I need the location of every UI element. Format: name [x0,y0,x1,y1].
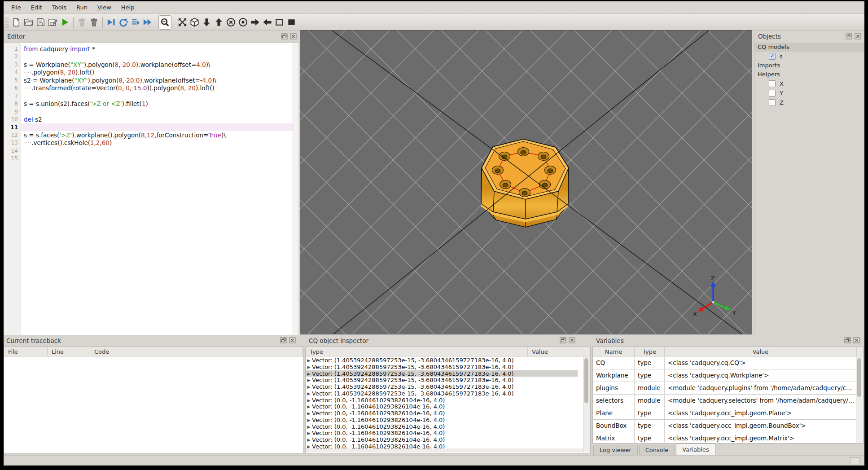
debug-step-icon[interactable] [105,16,117,29]
column-header-type[interactable]: Type [635,347,665,356]
inspector-row[interactable]: ▶Vector: (1.4053924288597253e-15, -3.680… [306,377,578,383]
debug-restart-icon[interactable] [117,16,129,29]
menu-run[interactable]: Run [71,2,92,13]
toolbar-drag-handle[interactable] [5,17,9,28]
iso-view-icon[interactable] [189,16,201,29]
column-header-line[interactable]: Line [48,347,90,356]
open-file-icon[interactable] [22,16,35,29]
variable-row-plane[interactable]: Planetype<class 'cadquery.occ_impl.geom.… [593,407,857,420]
inspector-row[interactable]: ▶Vector: (1.4053924288597253e-15, -3.680… [306,370,578,377]
float-button[interactable] [845,33,853,40]
variable-row-boundbox[interactable]: BoundBoxtype<class 'cadquery.occ_impl.ge… [593,420,857,432]
save-icon[interactable] [35,16,47,29]
column-header-file[interactable]: File [4,347,48,356]
expand-arrow-icon[interactable]: ▶ [306,438,312,442]
objects-item-y[interactable]: Y [754,88,864,98]
objects-section-imports[interactable]: Imports [754,61,864,70]
expand-arrow-icon[interactable]: ▶ [306,418,312,422]
column-header-type[interactable]: Type [306,347,528,356]
checkbox-s[interactable]: ✓ [769,53,776,60]
editor-scrollbar[interactable] [293,43,298,335]
menu-file[interactable]: File [6,2,26,13]
variable-row-workplane[interactable]: Workplanetype<class 'cadquery.cq.Workpla… [593,369,857,382]
delete-icon[interactable] [88,16,100,29]
expand-arrow-icon[interactable]: ▶ [306,411,312,416]
inspector-row[interactable]: ▶Vector: (0.0, -1.1604610293826104e-16, … [306,410,578,417]
float-button[interactable] [559,337,567,344]
scrollbar-thumb[interactable] [584,358,588,403]
inspector-row[interactable]: ▶Vector: (0.0, -1.1604610293826104e-16, … [306,436,578,443]
inspector-row[interactable]: ▶Vector: (1.4053924288597253e-15, -3.680… [306,383,578,390]
inspector-scrollbar[interactable] [583,357,590,452]
expand-arrow-icon[interactable]: ▶ [306,431,312,435]
checkbox-x[interactable] [769,80,776,87]
objects-item-x[interactable]: X [754,79,864,88]
new-file-icon[interactable] [10,16,22,29]
variables-scrollbar[interactable] [856,357,863,443]
tab-variables[interactable]: Variables [676,444,715,455]
float-button[interactable] [281,33,288,40]
inspector-hscrollbar[interactable] [306,448,583,452]
checkbox-z[interactable] [769,99,776,106]
debug-continue-icon[interactable] [141,16,153,29]
tab-console[interactable]: Console [639,445,675,455]
menu-view[interactable]: View [92,2,116,13]
close-icon[interactable] [289,33,297,40]
menu-tools[interactable]: Tools [47,2,71,13]
inspector-row[interactable]: ▶Vector: (1.4053924288597253e-15, -3.680… [306,390,578,397]
objects-section-helpers[interactable]: Helpers [754,70,864,79]
inspector-row[interactable]: ▶Vector: (0.0, -1.1604610293826104e-16, … [306,403,578,410]
variable-row-plugins[interactable]: pluginsmodule<module 'cadquery.plugins' … [593,382,857,395]
inspector-row[interactable]: ▶Vector: (0.0, -1.1604610293826104e-16, … [306,397,578,404]
save-as-icon[interactable] [47,16,59,29]
expand-arrow-icon[interactable]: ▶ [306,385,312,389]
inspector-row[interactable]: ▶Vector: (0.0, -1.1604610293826104e-16, … [306,417,578,423]
menu-help[interactable]: Help [116,2,140,13]
variable-row-matrix[interactable]: Matrixtype<class 'cadquery.occ_impl.geom… [593,432,857,444]
column-header-name[interactable]: Name [593,347,635,356]
float-button[interactable] [844,337,851,344]
expand-arrow-icon[interactable]: ▶ [306,372,312,376]
front-view-icon[interactable] [225,16,237,29]
inspector-row[interactable]: ▶Vector: (0.0, -1.1604610293826104e-16, … [306,430,578,436]
objects-item-z[interactable]: Z [754,98,864,107]
column-header-value[interactable]: Value [528,347,590,356]
left-view-icon[interactable] [249,16,261,29]
right-view-icon[interactable] [261,16,273,29]
inspector-row[interactable]: ▶Vector: (0.0, -1.1604610293826104e-16, … [306,423,578,430]
back-view-icon[interactable] [237,16,249,29]
expand-arrow-icon[interactable]: ▶ [306,358,312,363]
objects-item-s[interactable]: ✓s [754,52,864,61]
column-header-value[interactable]: Value [665,347,857,356]
float-button[interactable] [280,337,287,344]
top-view-icon[interactable] [201,16,213,29]
expand-arrow-icon[interactable]: ▶ [306,365,312,369]
inspect-icon[interactable] [158,15,171,30]
objects-section-cq-models[interactable]: CQ models [754,43,864,52]
bottom-view-icon[interactable] [213,16,225,29]
menu-edit[interactable]: Edit [26,2,47,13]
close-icon[interactable] [854,33,862,40]
wireframe-icon[interactable] [273,16,285,29]
scrollbar-thumb[interactable] [857,358,861,397]
copy-icon[interactable] [76,16,88,29]
variable-row-selectors[interactable]: selectorsmodule<module 'cadquery.selecto… [593,395,857,407]
close-icon[interactable] [853,337,860,344]
expand-arrow-icon[interactable]: ▶ [306,378,312,382]
tab-log-viewer[interactable]: Log viewer [593,445,638,455]
variable-row-cq[interactable]: CQtype<class 'cadquery.cq.CQ'> [593,357,857,369]
code-editor[interactable]: 1from·cadquery·import·*23s·=·Workplane("… [4,43,298,335]
3d-viewport[interactable]: Z X Y [300,30,752,334]
inspector-row[interactable]: ▶Vector: (1.4053924288597253e-15, -3.680… [306,364,578,370]
render-icon[interactable] [59,16,71,29]
shaded-icon[interactable] [285,16,298,29]
close-icon[interactable] [289,337,296,344]
close-icon[interactable] [568,337,576,344]
expand-arrow-icon[interactable]: ▶ [306,425,312,429]
checkbox-y[interactable] [769,90,776,97]
fit-view-icon[interactable] [176,16,189,29]
expand-arrow-icon[interactable]: ▶ [306,404,312,409]
inspector-row[interactable]: ▶Vector: (1.4053924288597253e-15, -3.680… [306,357,578,364]
stack-frames-icon[interactable] [129,16,141,29]
expand-arrow-icon[interactable]: ▶ [306,398,312,403]
